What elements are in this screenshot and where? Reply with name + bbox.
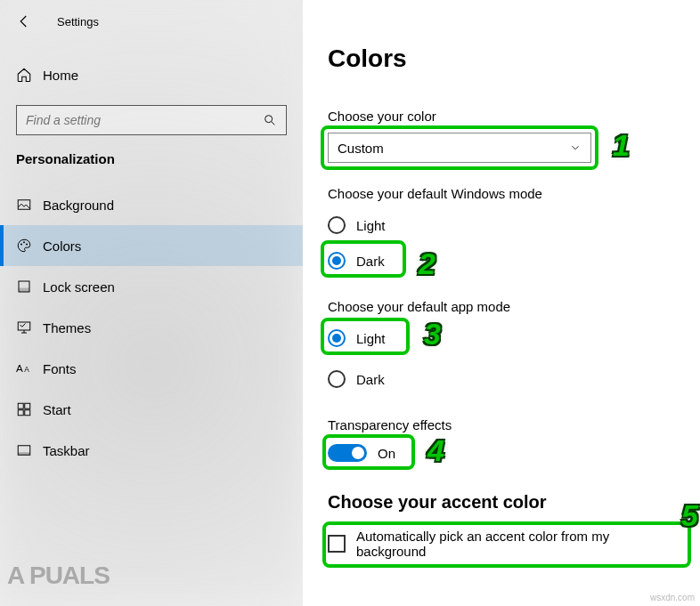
- fonts-icon: AA: [16, 361, 43, 376]
- app-mode-dark[interactable]: Dark: [328, 364, 682, 394]
- sidebar-item-label: Background: [43, 198, 114, 213]
- watermark: wsxdn.com: [650, 593, 695, 602]
- arrow-left-icon: [16, 13, 32, 29]
- choose-color-label: Choose your color: [328, 109, 682, 124]
- radio-icon: [328, 329, 346, 347]
- window-title: Settings: [57, 15, 99, 28]
- svg-point-3: [23, 241, 25, 243]
- checkbox-label: Automatically pick an accent color from …: [356, 529, 682, 559]
- svg-point-2: [20, 244, 22, 246]
- sidebar-item-background[interactable]: Background: [0, 184, 303, 225]
- svg-text:A: A: [24, 365, 29, 374]
- svg-rect-12: [18, 410, 23, 416]
- section-heading: Personalization: [0, 151, 303, 184]
- windows-mode-dark[interactable]: Dark: [328, 246, 385, 276]
- start-icon: [16, 401, 43, 417]
- svg-point-0: [265, 116, 273, 123]
- sidebar-item-label: Lock screen: [43, 279, 115, 295]
- appuals-logo: A PUALS: [7, 562, 110, 590]
- sidebar-item-start[interactable]: Start: [0, 389, 303, 430]
- app-mode-label: Choose your default app mode: [328, 299, 682, 314]
- annotation-2: 2: [419, 246, 435, 281]
- sidebar-item-lockscreen[interactable]: Lock screen: [0, 266, 303, 307]
- checkbox-icon: [328, 535, 346, 553]
- settings-main: Colors Choose your color Custom 1 Choose…: [303, 0, 700, 606]
- radio-icon: [328, 370, 346, 388]
- radio-label: Light: [356, 218, 386, 233]
- windows-mode-light[interactable]: Light: [328, 210, 682, 240]
- radio-icon: [328, 252, 346, 270]
- svg-rect-6: [19, 288, 29, 293]
- svg-point-4: [26, 244, 28, 246]
- radio-label: Dark: [356, 372, 385, 387]
- dropdown-value: Custom: [338, 141, 384, 156]
- chevron-down-icon: [569, 141, 582, 154]
- search-input[interactable]: [26, 113, 252, 127]
- transparency-toggle[interactable]: [328, 444, 367, 462]
- radio-icon: [328, 216, 346, 234]
- sidebar-item-label: Fonts: [43, 361, 77, 376]
- annotation-5: 5: [681, 498, 698, 533]
- sidebar-item-fonts[interactable]: AA Fonts: [0, 348, 303, 389]
- svg-rect-15: [18, 452, 30, 455]
- sidebar-item-colors[interactable]: Colors: [0, 225, 303, 266]
- svg-rect-10: [18, 403, 23, 408]
- sidebar-nav: Background Colors Lock screen Themes AA …: [0, 184, 303, 471]
- svg-rect-11: [25, 403, 30, 408]
- home-icon: [16, 67, 43, 83]
- app-mode-light[interactable]: Light: [328, 323, 386, 353]
- sidebar-item-label: Themes: [43, 320, 91, 335]
- page-title: Colors: [328, 44, 682, 73]
- back-button[interactable]: [16, 13, 52, 29]
- palette-icon: [16, 238, 43, 254]
- accent-heading: Choose your accent color: [328, 492, 682, 513]
- taskbar-icon: [16, 442, 43, 458]
- picture-icon: [16, 197, 43, 213]
- radio-label: Dark: [356, 254, 385, 269]
- annotation-3: 3: [424, 317, 441, 351]
- annotation-1: 1: [613, 128, 630, 163]
- accent-auto-checkbox[interactable]: Automatically pick an accent color from …: [328, 529, 682, 559]
- transparency-label: Transparency effects: [328, 417, 682, 432]
- svg-rect-1: [18, 200, 30, 210]
- choose-color-dropdown[interactable]: Custom: [328, 133, 591, 163]
- search-icon: [263, 113, 277, 127]
- themes-icon: [16, 319, 43, 335]
- annotation-4: 4: [427, 433, 444, 468]
- sidebar-item-label: Colors: [43, 238, 81, 254]
- home-nav[interactable]: Home: [0, 55, 303, 94]
- radio-label: Light: [356, 331, 386, 346]
- svg-rect-7: [18, 322, 30, 330]
- sidebar-item-label: Taskbar: [43, 443, 90, 458]
- home-label: Home: [43, 68, 78, 83]
- search-input-wrap[interactable]: [16, 105, 287, 135]
- settings-sidebar: Settings Home Personalization: [0, 0, 303, 606]
- lockscreen-icon: [16, 279, 43, 295]
- sidebar-item-label: Start: [43, 402, 71, 417]
- sidebar-item-taskbar[interactable]: Taskbar: [0, 430, 303, 471]
- windows-mode-label: Choose your default Windows mode: [328, 186, 682, 201]
- svg-rect-13: [25, 410, 30, 416]
- svg-text:A: A: [16, 362, 23, 374]
- toggle-state: On: [378, 446, 395, 461]
- sidebar-item-themes[interactable]: Themes: [0, 307, 303, 348]
